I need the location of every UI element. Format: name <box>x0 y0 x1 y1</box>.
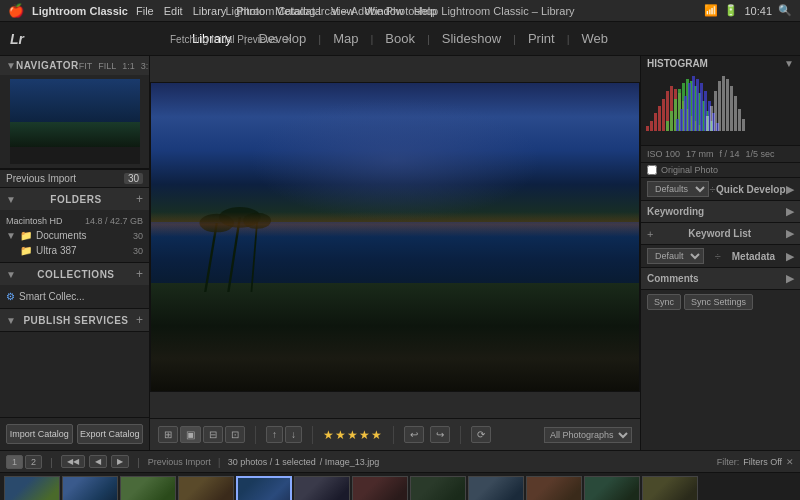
metadata-divider: ÷ <box>715 250 721 262</box>
prev-btn[interactable]: ◀ <box>89 455 107 468</box>
metadata-arrow[interactable]: ▶ <box>786 250 794 263</box>
close-progress-icon[interactable]: ✕ <box>284 33 292 44</box>
toolbar-sep-3 <box>393 426 394 444</box>
keywording-row[interactable]: Keywording ▶ <box>641 201 800 222</box>
folder-icon: 📁 <box>20 230 32 241</box>
svg-rect-9 <box>658 106 661 131</box>
keywording-label: Keywording <box>647 206 704 217</box>
svg-rect-47 <box>722 76 725 131</box>
keyword-list-arrow[interactable]: ▶ <box>786 227 794 240</box>
toolbar-sep-4 <box>460 426 461 444</box>
sub-folder-count: 30 <box>133 246 143 256</box>
film-thumb-12[interactable] <box>642 476 698 501</box>
rating-stars[interactable]: ★★★★★ <box>323 428 383 442</box>
histogram-arrow[interactable]: ▼ <box>784 58 794 69</box>
fill-btn[interactable]: FILL <box>98 61 116 71</box>
menu-right: 📶 🔋 10:41 🔍 <box>704 4 792 17</box>
menu-file[interactable]: File <box>136 5 154 17</box>
film-thumb-1[interactable]: ★★★★★ <box>4 476 60 501</box>
view-compare-btn[interactable]: ⊟ <box>203 426 223 443</box>
main-area: ▼ Navigator FIT FILL 1:1 3:1 Previous Im <box>0 56 800 450</box>
ratio-1-btn[interactable]: 1:1 <box>122 61 135 71</box>
navigator-header[interactable]: ▼ Navigator FIT FILL 1:1 3:1 <box>0 56 149 75</box>
nav-thumb-image <box>10 79 140 164</box>
film-thumb-9[interactable] <box>468 476 524 501</box>
view-survey-btn[interactable]: ⊡ <box>225 426 245 443</box>
film-thumb-2[interactable]: ★★★★★ <box>62 476 118 501</box>
film-thumb-image <box>63 477 117 501</box>
module-map[interactable]: Map <box>323 31 368 46</box>
menu-edit[interactable]: Edit <box>164 5 183 17</box>
svg-rect-38 <box>700 83 703 131</box>
metadata-label[interactable]: Metadata <box>732 251 775 262</box>
page-2-btn[interactable]: 2 <box>25 455 42 469</box>
navigator-thumbnail[interactable] <box>10 79 140 164</box>
module-web[interactable]: Web <box>572 31 619 46</box>
module-print[interactable]: Print <box>518 31 565 46</box>
filmstrip-toolbar: 1 2 | ◀◀ ◀ ▶ | Previous Import | 30 phot… <box>0 451 800 473</box>
next-btn[interactable]: ▶ <box>111 455 129 468</box>
film-thumb-7[interactable] <box>352 476 408 501</box>
fit-btn[interactable]: FIT <box>79 61 93 71</box>
folders-add-btn[interactable]: + <box>136 192 143 206</box>
film-thumb-10[interactable] <box>526 476 582 501</box>
ratio-3-btn[interactable]: 3:1 <box>141 61 150 71</box>
preset-select[interactable]: Defaults <box>647 181 709 197</box>
publish-header[interactable]: ▼ Publish Services + <box>0 309 149 331</box>
rotate-btn[interactable]: ⟳ <box>471 426 491 443</box>
menu-library[interactable]: Library <box>193 5 227 17</box>
film-thumb-4[interactable] <box>178 476 234 501</box>
publish-add-btn[interactable]: + <box>136 313 143 327</box>
film-thumb-3[interactable] <box>120 476 176 501</box>
keywording-arrow[interactable]: ▶ <box>786 205 794 218</box>
battery-icon: 🔋 <box>724 4 738 17</box>
original-photo-checkbox[interactable] <box>647 165 657 175</box>
apple-menu[interactable]: 🍎 <box>8 3 24 18</box>
view-loupe-btn[interactable]: ▣ <box>180 426 201 443</box>
library-filter-select[interactable]: All Photographs <box>544 427 632 443</box>
smart-collection[interactable]: ⚙ Smart Collec... <box>6 289 143 304</box>
svg-rect-35 <box>688 83 691 131</box>
film-thumb-image <box>353 477 407 501</box>
keyword-list-row[interactable]: + Keyword List ▶ <box>641 223 800 244</box>
sort-asc-btn[interactable]: ↑ <box>266 426 283 443</box>
film-thumb-image <box>527 477 581 501</box>
import-catalog-btn[interactable]: Import Catalog <box>6 424 73 444</box>
left-panel: ▼ Navigator FIT FILL 1:1 3:1 Previous Im <box>0 56 150 450</box>
filter-close-icon[interactable]: ✕ <box>786 457 794 467</box>
filter-value[interactable]: Filters Off <box>743 457 782 467</box>
module-book[interactable]: Book <box>375 31 425 46</box>
menu-bar: 🍎 Lightroom Classic File Edit Library Ph… <box>0 0 800 22</box>
film-thumb-6[interactable] <box>294 476 350 501</box>
film-thumb-5[interactable]: ★★★★★ <box>236 476 292 501</box>
sync-settings-btn[interactable]: Sync Settings <box>684 294 753 310</box>
page-1-btn[interactable]: 1 <box>6 455 23 469</box>
comments-arrow[interactable]: ▶ <box>786 272 794 285</box>
folder-ultra[interactable]: 📁 Ultra 387 30 <box>6 243 143 258</box>
flag-next-btn[interactable]: ↪ <box>430 426 450 443</box>
sort-desc-btn[interactable]: ↓ <box>285 426 302 443</box>
folders-header[interactable]: ▼ Folders + <box>0 188 149 210</box>
export-catalog-btn[interactable]: Export Catalog <box>77 424 144 444</box>
folder-documents[interactable]: ▼ 📁 Documents 30 <box>6 228 143 243</box>
collections-header[interactable]: ▼ Collections + <box>0 263 149 285</box>
search-icon[interactable]: 🔍 <box>778 4 792 17</box>
film-thumb-8[interactable] <box>410 476 466 501</box>
quick-develop-label[interactable]: Quick Develop <box>716 184 785 195</box>
collections-add-btn[interactable]: + <box>136 267 143 281</box>
expand-left-btn[interactable]: ◀◀ <box>61 455 85 468</box>
sync-btn[interactable]: Sync <box>647 294 681 310</box>
filmstrip: 1 2 | ◀◀ ◀ ▶ | Previous Import | 30 phot… <box>0 450 800 500</box>
keyword-plus-icon[interactable]: + <box>647 228 653 240</box>
film-thumb-11[interactable] <box>584 476 640 501</box>
quick-develop-arrow[interactable]: ▶ <box>786 183 794 196</box>
main-photo[interactable] <box>150 82 640 392</box>
metadata-select[interactable]: Default <box>647 248 704 264</box>
comments-row[interactable]: Comments ▶ <box>641 268 800 289</box>
metadata-row: Default ÷ Metadata ▶ <box>641 245 800 267</box>
view-grid-btn[interactable]: ⊞ <box>158 426 178 443</box>
module-slideshow[interactable]: Slideshow <box>432 31 511 46</box>
import-bar[interactable]: Previous Import 30 <box>0 169 149 188</box>
flag-prev-btn[interactable]: ↩ <box>404 426 424 443</box>
app-name[interactable]: Lightroom Classic <box>32 5 128 17</box>
